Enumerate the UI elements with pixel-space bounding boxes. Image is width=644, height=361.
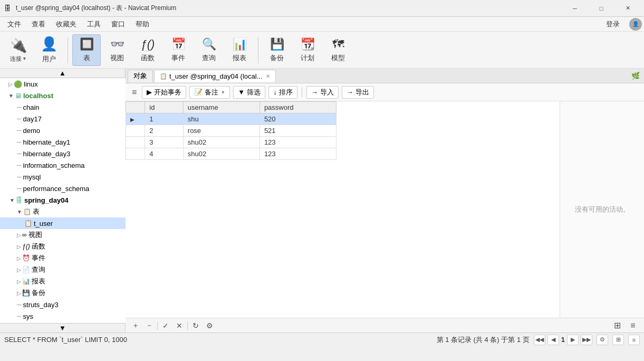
expand-arrow-views[interactable]: ▷ (17, 232, 21, 238)
menu-icon[interactable]: ≡ (130, 87, 139, 98)
toolbar-function-button[interactable]: ƒ() 函数 (133, 34, 162, 66)
sidebar-item-queries-group[interactable]: ▷ 📄 查询 (0, 264, 126, 276)
sidebar-item-linux[interactable]: ▷ 🟢 linux (0, 78, 126, 90)
toolbar-user-button[interactable]: 👤 用户 (35, 34, 63, 66)
expand-arrow-tables[interactable]: ▼ (17, 209, 22, 215)
expand-arrow[interactable]: ▷ (8, 81, 13, 87)
sidebar-item-functions-group[interactable]: ▷ ƒ() 函数 (0, 241, 126, 252)
sidebar-item-backups-group[interactable]: ▷ 💾 备份 (0, 287, 126, 299)
cell-password[interactable]: 123 (259, 148, 336, 160)
th-username[interactable]: username (183, 102, 259, 113)
comment-button[interactable]: 📝 备注 ▼ (189, 86, 230, 99)
sidebar-item-spring[interactable]: ▼ 🗄 spring_day04 (0, 194, 126, 206)
sidebar-item-localhost[interactable]: ▼ 🖥 localhost (0, 90, 126, 101)
expand-arrow-functions[interactable]: ▷ (17, 244, 21, 250)
th-id[interactable]: id (145, 102, 184, 113)
last-page-button[interactable]: ▶▶ (581, 335, 592, 345)
toolbar-connect-button[interactable]: 🔌 连接 ▼ (4, 34, 33, 66)
expand-arrow-localhost[interactable]: ▼ (8, 93, 14, 99)
sidebar-item-views-group[interactable]: ▷ ∞ 视图 (0, 229, 126, 241)
cell-id[interactable]: 4 (145, 148, 184, 160)
sidebar-scroll-up[interactable]: ▲ (0, 69, 125, 78)
table-scroll[interactable]: id username password ▶ 1 shu 520 (126, 101, 560, 318)
expand-arrow-queries[interactable]: ▷ (17, 267, 21, 273)
refresh-button[interactable]: ↻ (190, 320, 201, 331)
cancel-button[interactable]: ✕ (174, 320, 185, 331)
toolbar-backup-button[interactable]: 💾 备份 (263, 34, 291, 66)
grid-view-button[interactable]: ⊞ (610, 320, 624, 331)
toolbar-report-button[interactable]: 📊 报表 (225, 34, 254, 66)
sidebar-item-perfschema[interactable]: ─ performance_schema (0, 183, 126, 194)
table-settings-button[interactable]: ⚙ (597, 335, 608, 345)
form-view-button[interactable]: ≡ (626, 320, 640, 331)
maximize-button[interactable]: □ (589, 0, 613, 17)
menu-help[interactable]: 帮助 (130, 17, 155, 31)
menu-favorites[interactable]: 收藏夹 (51, 17, 82, 31)
expand-arrow-spring[interactable]: ▼ (9, 197, 15, 203)
sidebar-item-sys[interactable]: ─ sys (0, 310, 126, 322)
first-page-button[interactable]: ◀◀ (534, 335, 545, 345)
th-password[interactable]: password (259, 102, 336, 113)
table-row[interactable]: 3 shu02 123 (126, 137, 337, 148)
expand-arrow-backups[interactable]: ▷ (17, 290, 21, 296)
toolbar-model-button[interactable]: 🗺 模型 (324, 34, 352, 66)
confirm-button[interactable]: ✓ (160, 320, 171, 331)
menu-tools[interactable]: 工具 (82, 17, 106, 31)
sidebar-item-chain[interactable]: ─ chain (0, 101, 126, 113)
add-row-button[interactable]: ＋ (130, 320, 141, 331)
sidebar-item-mysql[interactable]: ─ mysql (0, 171, 126, 183)
menu-view[interactable]: 查看 (26, 17, 51, 31)
settings-button[interactable]: ⚙ (204, 320, 215, 331)
export-button[interactable]: → 导出 (342, 86, 374, 99)
cell-username[interactable]: shu02 (183, 148, 259, 160)
close-button[interactable]: ✕ (616, 0, 640, 17)
cell-password[interactable]: 123 (259, 137, 336, 148)
cell-password[interactable]: 521 (259, 125, 336, 137)
tab-refresh-button[interactable]: 🌿 (629, 70, 642, 82)
cell-username[interactable]: rose (183, 125, 259, 137)
tab-objects[interactable]: 对象 (128, 70, 153, 82)
table-row[interactable]: 4 shu02 123 (126, 148, 337, 160)
sidebar-item-struts[interactable]: ─ struts_day3 (0, 299, 126, 310)
sort-button[interactable]: ↓ 排序 (268, 86, 297, 99)
table-row[interactable]: 2 rose 521 (126, 125, 337, 137)
login-button[interactable]: 登录 (601, 18, 625, 30)
sidebar-item-reports-group[interactable]: ▷ 📊 报表 (0, 276, 126, 287)
begin-transaction-button[interactable]: ▶ 开始事务 (142, 86, 186, 99)
toolbar-query-button[interactable]: 🔍 查询 (195, 34, 223, 66)
prev-page-button[interactable]: ◀ (547, 335, 559, 345)
toolbar-table-button[interactable]: 🔲 表 (72, 34, 101, 66)
expand-arrow-reports[interactable]: ▷ (17, 279, 21, 284)
sidebar-item-hibernate1[interactable]: ─ hibernate_day1 (0, 136, 126, 148)
table-row[interactable]: ▶ 1 shu 520 (126, 113, 337, 125)
cell-username[interactable]: shu02 (183, 137, 259, 148)
expand-arrow-events[interactable]: ▷ (17, 255, 21, 261)
sidebar-item-tuser[interactable]: 📋 t_user (0, 217, 126, 229)
cell-username[interactable]: shu (183, 113, 259, 125)
next-page-button[interactable]: ▶ (567, 335, 579, 345)
sidebar-scroll-down[interactable]: ▼ (0, 323, 125, 332)
grid-display-button[interactable]: ⊞ (612, 335, 624, 345)
sidebar-item-events-group[interactable]: ▷ ⏰ 事件 (0, 252, 126, 264)
sidebar-item-demo[interactable]: ─ demo (0, 125, 126, 136)
menu-window[interactable]: 窗口 (106, 17, 130, 31)
list-display-button[interactable]: ≡ (628, 335, 640, 345)
toolbar-view-button[interactable]: 👓 视图 (103, 34, 131, 66)
sidebar-item-hibernate3[interactable]: ─ hibernate_day3 (0, 148, 126, 159)
sidebar-item-tables-group[interactable]: ▼ 📋 表 (0, 206, 126, 217)
menu-file[interactable]: 文件 (2, 17, 26, 31)
toolbar-schedule-button[interactable]: 📆 计划 (293, 34, 322, 66)
cell-id[interactable]: 3 (145, 137, 184, 148)
sidebar-item-day17[interactable]: ─ day17 (0, 113, 126, 125)
import-button[interactable]: → 导入 (306, 86, 339, 99)
cell-id[interactable]: 2 (145, 125, 184, 137)
cell-id[interactable]: 1 (145, 113, 184, 125)
minimize-button[interactable]: ─ (563, 0, 587, 17)
cell-password[interactable]: 520 (259, 113, 336, 125)
tab-close-icon[interactable]: ✕ (266, 73, 270, 79)
delete-row-button[interactable]: － (143, 320, 155, 331)
toolbar-event-button[interactable]: 📅 事件 (164, 34, 193, 66)
sidebar-item-infschema[interactable]: ─ information_schema (0, 159, 126, 171)
filter-button[interactable]: ▼ 筛选 (233, 86, 265, 99)
tab-table[interactable]: 📋 t_user @spring_day04 (local... ✕ (154, 70, 276, 82)
